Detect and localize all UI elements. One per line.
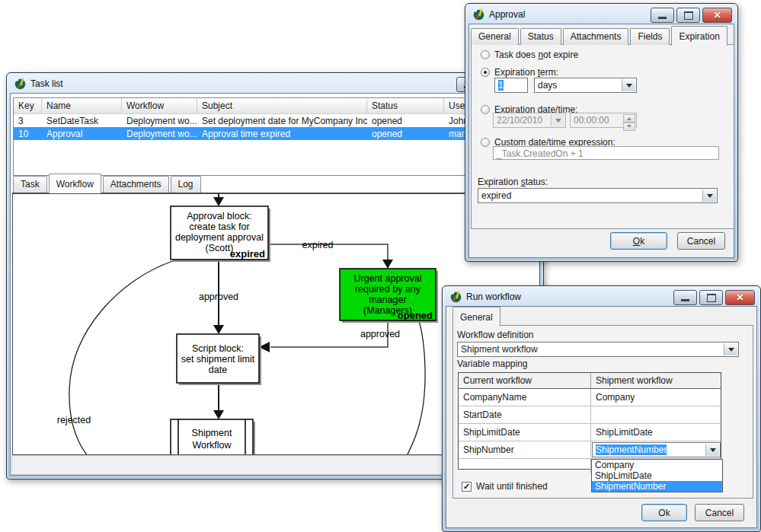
check-icon: ✓ <box>463 482 470 491</box>
chevron-up-icon <box>627 115 632 120</box>
close-button[interactable]: ✕ <box>725 290 755 305</box>
wait-until-finished-label: Wait until finished <box>476 481 548 492</box>
variable-mapping-table: Current workflow Shipment workflow Compa… <box>458 372 721 470</box>
expiration-term-input[interactable]: 1 <box>494 78 528 93</box>
diagram-node-approval-block: Approval block: create task for deployme… <box>171 206 270 262</box>
edge-label-approved: approved <box>199 291 238 302</box>
diagram-node-shipment-workflow: Shipment Workflow <box>171 419 255 454</box>
table-row-selected[interactable]: 10 Approval Deployment wo... Approval ti… <box>14 127 538 140</box>
close-icon: ✕ <box>713 10 721 21</box>
mapping-row[interactable]: ShipNumber ShipmentNumber <box>459 441 721 459</box>
workflow-definition-label: Workflow definition <box>457 330 534 340</box>
table-row[interactable]: 3 SetDateTask Deployment wo... Set deplo… <box>14 114 538 127</box>
tab-status[interactable]: Status <box>520 28 561 45</box>
chevron-down-icon <box>707 194 713 201</box>
svg-text:Urgent approval: Urgent approval <box>354 273 422 284</box>
column-header-workflow[interactable]: Workflow <box>122 98 197 113</box>
expiration-status-label: Expiration status: <box>478 177 548 187</box>
minimize-icon <box>681 299 689 301</box>
dropdown-item[interactable]: Company <box>592 460 722 470</box>
cell-name: Approval <box>42 127 122 140</box>
expiration-status-combo[interactable]: expired <box>478 188 718 203</box>
dropdown-button[interactable] <box>724 343 737 355</box>
cell-subject: Approval time expired <box>197 127 367 140</box>
workflow-definition-combo[interactable]: Shipment workflow <box>457 342 739 357</box>
ok-button[interactable]: Ok <box>610 232 667 250</box>
tab-expiration[interactable]: Expiration <box>671 26 727 46</box>
svg-text:Shipment: Shipment <box>192 428 232 438</box>
variable-mapping-label: Variable mapping <box>457 358 528 369</box>
column-header-status[interactable]: Status <box>367 98 444 113</box>
cancel-button[interactable]: Cancel <box>677 232 725 250</box>
dropdown-button[interactable] <box>702 190 716 202</box>
radio-expiration-term[interactable] <box>481 68 490 77</box>
svg-text:set shipment limit: set shipment limit <box>181 354 255 365</box>
maximize-button[interactable] <box>699 290 723 305</box>
task-table-header: Key Name Workflow Subject Status User <box>14 98 538 114</box>
svg-text:create task for: create task for <box>189 221 249 232</box>
svg-text:Approval block:: Approval block: <box>187 211 251 221</box>
cell-subject: Set deployment date for MyCompany Inc. <box>197 114 367 127</box>
minimize-button[interactable] <box>673 290 697 305</box>
dropdown-item-selected[interactable]: ShipmentNumber <box>592 481 722 492</box>
mapping-cell: Company <box>591 389 721 406</box>
tab-general[interactable]: General <box>471 28 519 45</box>
dropdown-button[interactable] <box>705 444 719 456</box>
mapping-combo-dropdown-list: Company ShipLimitDate ShipmentNumber <box>591 459 723 492</box>
svg-text:date: date <box>209 365 227 375</box>
ok-button[interactable]: Ok <box>641 504 687 521</box>
cancel-button[interactable]: Cancel <box>695 504 744 521</box>
diagram-node-urgent-approval: Urgent approval required by any manager … <box>340 269 438 323</box>
mapping-row[interactable]: StartDate <box>459 406 721 424</box>
close-button[interactable]: ✕ <box>702 8 732 23</box>
tab-attachments[interactable]: Attachments <box>563 28 629 45</box>
edge-label-approved: approved <box>360 329 400 339</box>
chevron-down-icon <box>626 84 632 91</box>
window-title: Approval <box>489 9 525 20</box>
approval-window: Approval ✕ General Status Attachments Fi… <box>465 3 738 262</box>
chevron-down-icon <box>710 448 716 455</box>
spin-down-button[interactable] <box>623 123 635 131</box>
radio-label-expiration-term: Expiration term: <box>494 67 558 78</box>
mapping-cell: ShipLimitDate <box>459 424 591 441</box>
column-header-subject[interactable]: Subject <box>197 98 367 113</box>
mapping-value-combo[interactable]: ShipmentNumber <box>592 442 721 457</box>
wait-until-finished-checkbox[interactable]: ✓ <box>462 482 472 492</box>
mapping-table-header: Current workflow Shipment workflow <box>459 373 721 389</box>
task-table: Key Name Workflow Subject Status User 3 … <box>13 97 539 176</box>
tab-task[interactable]: Task <box>13 176 47 193</box>
close-icon: ✕ <box>736 292 743 303</box>
custom-expression-input[interactable]: _Task.CreatedOn + 1 <box>493 146 719 160</box>
minimize-button[interactable] <box>651 8 674 23</box>
node-status: opened <box>398 310 433 321</box>
maximize-icon <box>707 294 716 302</box>
dropdown-button[interactable] <box>622 79 635 91</box>
tab-attachments[interactable]: Attachments <box>103 176 169 193</box>
dropdown-button[interactable] <box>551 114 564 126</box>
cell-name: SetDateTask <box>42 114 122 127</box>
mapping-row[interactable]: CompanyName Company <box>459 389 721 406</box>
dropdown-item[interactable]: ShipLimitDate <box>592 470 722 481</box>
svg-text:required by any: required by any <box>355 284 421 295</box>
maximize-button[interactable] <box>676 8 700 23</box>
spin-up-button[interactable] <box>623 114 635 123</box>
app-icon <box>472 8 485 21</box>
radio-expiration-datetime[interactable] <box>481 105 490 114</box>
column-header-key[interactable]: Key <box>14 98 42 113</box>
tab-general[interactable]: General <box>452 307 500 327</box>
tab-fields[interactable]: Fields <box>630 28 670 45</box>
column-header-current-workflow: Current workflow <box>459 373 591 388</box>
cell-key: 10 <box>14 127 42 140</box>
tab-workflow[interactable]: Workflow <box>49 174 101 193</box>
radio-task-does-not-expire[interactable] <box>481 50 490 59</box>
mapping-row[interactable]: ShipLimitDate ShipLimitDate <box>459 424 721 441</box>
tab-log[interactable]: Log <box>171 176 201 193</box>
expiration-time-spinner[interactable]: 00:00:00 <box>570 113 637 128</box>
expiration-term-unit-combo[interactable]: days <box>534 78 637 93</box>
expiration-date-picker[interactable]: 22/10/2010 <box>493 113 566 128</box>
mapping-cell: StartDate <box>459 406 591 423</box>
column-header-name[interactable]: Name <box>42 98 122 113</box>
mapping-cell: ShipNumber <box>459 441 591 458</box>
radio-custom-expression[interactable] <box>481 138 490 147</box>
minimize-icon <box>658 17 667 19</box>
